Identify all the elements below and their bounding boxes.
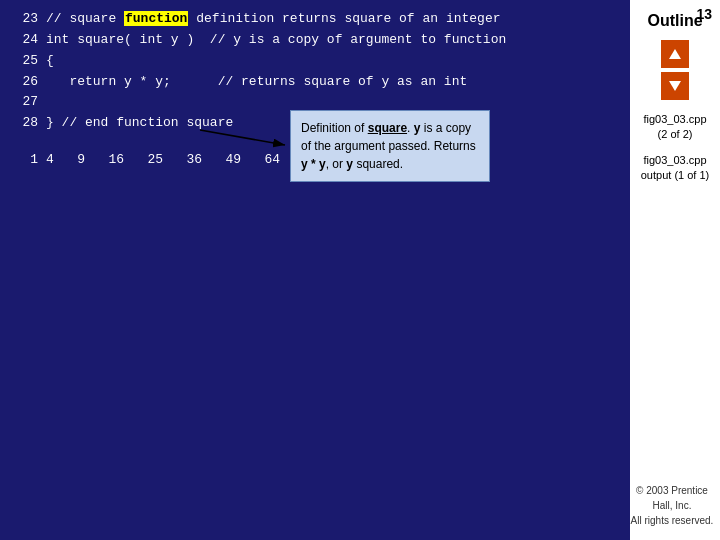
code-text-24: int square( int y ) // y is a copy of ar…	[46, 31, 506, 50]
copyright-notice: © 2003 Prentice Hall, Inc.All rights res…	[630, 483, 714, 528]
tooltip-box: Definition of square. y is a copy of the…	[290, 110, 490, 182]
code-text-26: return y * y; // returns square of y as …	[46, 73, 467, 92]
slide-number: 13	[696, 6, 712, 22]
code-line-26: 26 return y * y; // returns square of y …	[14, 73, 616, 92]
code-text-25: {	[46, 52, 54, 71]
down-arrow-icon	[668, 79, 682, 93]
tooltip-text: Definition of square. y is a copy of the…	[301, 121, 476, 171]
sidebar-link-fig-code[interactable]: fig03_03.cpp(2 of 2)	[644, 112, 707, 143]
line-number-1: 1	[14, 151, 38, 170]
line-number-25: 25	[14, 52, 38, 71]
code-text-28: } // end function square	[46, 114, 233, 133]
sidebar: 13 Outline fig03_03.cpp(2 of 2) fig03_03…	[630, 0, 720, 540]
line-number-23: 23	[14, 10, 38, 29]
outline-title: Outline	[647, 12, 702, 30]
line-number-28: 28	[14, 114, 38, 133]
line-number-24: 24	[14, 31, 38, 50]
nav-up-button[interactable]	[661, 40, 689, 68]
svg-marker-3	[669, 81, 681, 91]
line-number-26: 26	[14, 73, 38, 92]
code-line-25: 25 {	[14, 52, 616, 71]
sidebar-link-fig-output[interactable]: fig03_03.cppoutput (1 of 1)	[641, 153, 710, 184]
code-text-23: // square function definition returns sq…	[46, 10, 501, 29]
code-line-24: 24 int square( int y ) // y is a copy of…	[14, 31, 616, 50]
line-number-27: 27	[14, 93, 38, 112]
nav-down-button[interactable]	[661, 72, 689, 100]
code-line-23: 23 // square function definition returns…	[14, 10, 616, 29]
svg-marker-2	[669, 49, 681, 59]
up-arrow-icon	[668, 47, 682, 61]
code-area: 23 // square function definition returns…	[0, 0, 630, 540]
